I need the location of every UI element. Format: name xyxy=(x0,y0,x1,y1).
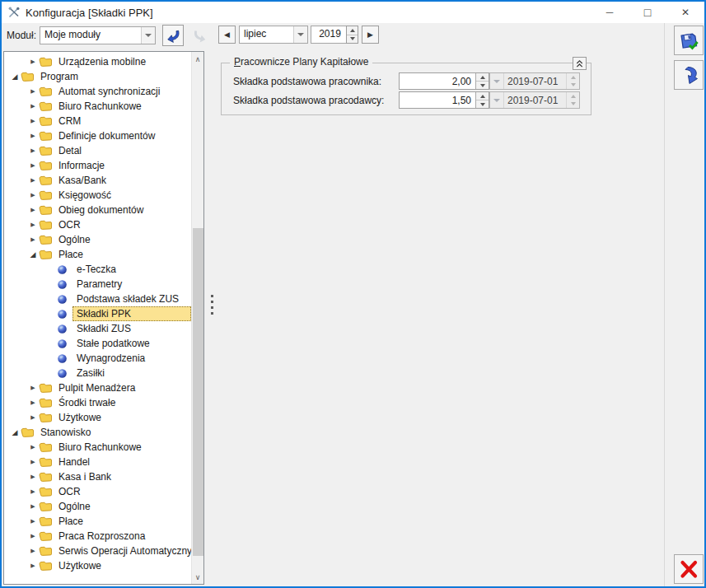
tree-item-crm[interactable]: ▶ CRM xyxy=(4,114,191,128)
spinner-up-icon[interactable] xyxy=(476,92,489,100)
employee-contribution-input[interactable]: 2,00 xyxy=(399,72,489,90)
tree-expander-icon[interactable]: ▶ xyxy=(27,133,39,139)
tree-item-label[interactable]: e-Teczka xyxy=(72,262,120,277)
next-month-button[interactable]: ▶ xyxy=(362,26,379,44)
tree-expander-icon[interactable]: ▶ xyxy=(27,162,39,169)
tree-item-biuro-rachunkowe[interactable]: ▶ Biuro Rachunkowe xyxy=(4,440,191,455)
tree-expander-icon[interactable]: ▶ xyxy=(27,177,39,184)
tree-item-zasiłki[interactable]: Zasiłki xyxy=(4,366,191,380)
tree-expander-icon[interactable]: ▶ xyxy=(27,518,39,525)
prev-module-button[interactable] xyxy=(162,25,184,46)
tree-item-label[interactable]: Automat synchronizacji xyxy=(54,84,164,99)
tree-item-label[interactable]: Stałe podatkowe xyxy=(72,336,154,351)
tree-item-informacje[interactable]: ▶ Informacje xyxy=(4,158,191,173)
tree-item-label[interactable]: Serwis Operacji Automatycznych xyxy=(54,544,191,558)
tree-item-label[interactable]: OCR xyxy=(54,217,85,232)
tree-item-księgowość[interactable]: ▶ Księgowość xyxy=(4,188,191,203)
tree-expander-icon[interactable]: ▶ xyxy=(27,236,39,243)
tree-item-obieg-dokumentów[interactable]: ▶ Obieg dokumentów xyxy=(4,203,191,217)
tree-expander-icon[interactable]: ▶ xyxy=(27,118,39,124)
tree-item-środki-trwałe[interactable]: ▶ Środki trwałe xyxy=(4,395,191,410)
tree-expander-icon[interactable]: ▶ xyxy=(27,488,39,495)
tree-expander-icon[interactable]: ▶ xyxy=(27,399,39,406)
spinner-down-icon[interactable] xyxy=(476,100,489,108)
tree-item-e-teczka[interactable]: e-Teczka xyxy=(4,262,191,277)
tree-item-label[interactable]: Definicje dokumentów xyxy=(54,128,159,143)
cancel-button[interactable] xyxy=(674,554,704,584)
tree-item-kasa-bank[interactable]: ▶ Kasa/Bank xyxy=(4,173,191,188)
year-spinner[interactable] xyxy=(346,26,358,44)
tree-expander-icon[interactable]: ▶ xyxy=(27,533,39,539)
tree-expander-icon[interactable]: ▶ xyxy=(27,503,39,510)
tree-item-urządzenia-mobilne[interactable]: ▶ Urządzenia mobilne xyxy=(4,54,191,69)
tree-item-ogólne[interactable]: ▶ Ogólne xyxy=(4,232,191,247)
tree-item-label[interactable]: Obieg dokumentów xyxy=(54,203,147,217)
tree-item-użytkowe[interactable]: ▶ Użytkowe xyxy=(4,558,191,573)
tree-item-program[interactable]: ◢ Program xyxy=(4,69,191,84)
tree-item-płace[interactable]: ◢ Płace xyxy=(4,247,191,262)
tree-item-wynagrodzenia[interactable]: Wynagrodzenia xyxy=(4,351,191,366)
tree-expander-icon[interactable]: ▶ xyxy=(27,459,39,465)
tree-item-składki-ppk[interactable]: Składki PPK xyxy=(4,306,191,321)
tree-item-label[interactable]: Zasiłki xyxy=(72,366,109,380)
tree-item-label[interactable]: Pulpit Menadżera xyxy=(54,380,139,395)
tree-item-serwis-operacji-automatycznych[interactable]: ▶ Serwis Operacji Automatycznych xyxy=(4,544,191,558)
tree-expander-icon[interactable]: ▶ xyxy=(27,192,39,198)
tree-item-label[interactable]: Informacje xyxy=(54,158,109,173)
tree-item-automat-synchronizacji[interactable]: ▶ Automat synchronizacji xyxy=(4,84,191,99)
tree-item-label[interactable]: Praca Rozproszona xyxy=(54,529,149,544)
splitter-handle[interactable] xyxy=(210,295,214,323)
tree-item-label[interactable]: Stanowisko xyxy=(36,425,95,440)
tree-item-label[interactable]: Detal xyxy=(54,143,86,158)
tree-item-praca-rozproszona[interactable]: ▶ Praca Rozproszona xyxy=(4,529,191,544)
module-combobox-dropdown[interactable] xyxy=(141,27,155,44)
tree-item-label[interactable]: Urządzenia mobilne xyxy=(54,54,150,69)
tree-expander-icon[interactable]: ▶ xyxy=(27,548,39,554)
tree-item-podstawa-składek-zus[interactable]: Podstawa składek ZUS xyxy=(4,292,191,306)
tree-item-label[interactable]: Ogólne xyxy=(54,499,95,514)
minimize-button[interactable]: ─ xyxy=(591,2,629,23)
tree-item-biuro-rachunkowe[interactable]: ▶ Biuro Rachunkowe xyxy=(4,99,191,114)
tree-item-stałe-podatkowe[interactable]: Stałe podatkowe xyxy=(4,336,191,351)
tree-expander-icon[interactable]: ▶ xyxy=(27,385,39,391)
tree-item-label[interactable]: Składki ZUS xyxy=(72,321,135,336)
spinner-up-icon[interactable] xyxy=(347,26,358,35)
tree-expander-icon[interactable]: ▶ xyxy=(27,414,39,421)
employer-contribution-spinner[interactable] xyxy=(475,92,489,108)
tree-item-kasa-i-bank[interactable]: ▶ Kasa i Bank xyxy=(4,469,191,484)
tree-expander-icon[interactable]: ▶ xyxy=(27,562,39,569)
tree-item-detal[interactable]: ▶ Detal xyxy=(4,143,191,158)
month-combobox-dropdown[interactable] xyxy=(293,26,307,43)
tree-item-label[interactable]: Kasa i Bank xyxy=(54,469,115,484)
month-combobox[interactable]: lipiec xyxy=(239,26,308,44)
spinner-up-icon[interactable] xyxy=(476,73,489,82)
collapse-group-button[interactable] xyxy=(573,57,587,70)
tree-item-label[interactable]: Ogólne xyxy=(54,232,95,247)
scrollbar-thumb[interactable] xyxy=(193,228,203,556)
close-button[interactable]: ✕ xyxy=(666,2,704,23)
year-field[interactable]: 2019 xyxy=(311,26,346,44)
tree-expander-icon[interactable]: ◢ xyxy=(9,428,21,436)
tree-item-definicje-dokumentów[interactable]: ▶ Definicje dokumentów xyxy=(4,128,191,143)
tree-item-label[interactable]: Użytkowe xyxy=(54,558,105,573)
tree-expander-icon[interactable]: ◢ xyxy=(9,72,21,81)
tree-item-płace[interactable]: ▶ Płace xyxy=(4,514,191,529)
tree-item-ogólne[interactable]: ▶ Ogólne xyxy=(4,499,191,514)
tree-item-label[interactable]: OCR xyxy=(54,484,85,499)
tree-item-label[interactable]: Księgowość xyxy=(54,188,115,203)
tree-item-label[interactable]: CRM xyxy=(54,114,85,128)
tree-expander-icon[interactable]: ▶ xyxy=(27,88,39,95)
tree-item-stanowisko[interactable]: ◢ Stanowisko xyxy=(4,425,191,440)
tree-item-pulpit-menadżera[interactable]: ▶ Pulpit Menadżera xyxy=(4,380,191,395)
tree-item-label[interactable]: Parametry xyxy=(72,277,126,292)
tree-item-label[interactable]: Biuro Rachunkowe xyxy=(54,99,146,114)
employer-contribution-input[interactable]: 1,50 xyxy=(399,91,489,109)
tree-expander-icon[interactable]: ◢ xyxy=(27,250,39,259)
tree-item-label[interactable]: Składki PPK xyxy=(72,306,191,321)
tree-item-label[interactable]: Wynagrodzenia xyxy=(72,351,149,366)
next-module-button[interactable] xyxy=(189,25,210,46)
prev-month-button[interactable]: ◀ xyxy=(218,26,236,44)
tree-expander-icon[interactable]: ▶ xyxy=(27,474,39,480)
tree-item-użytkowe[interactable]: ▶ Użytkowe xyxy=(4,410,191,425)
module-combobox[interactable]: Moje moduły xyxy=(40,26,156,44)
